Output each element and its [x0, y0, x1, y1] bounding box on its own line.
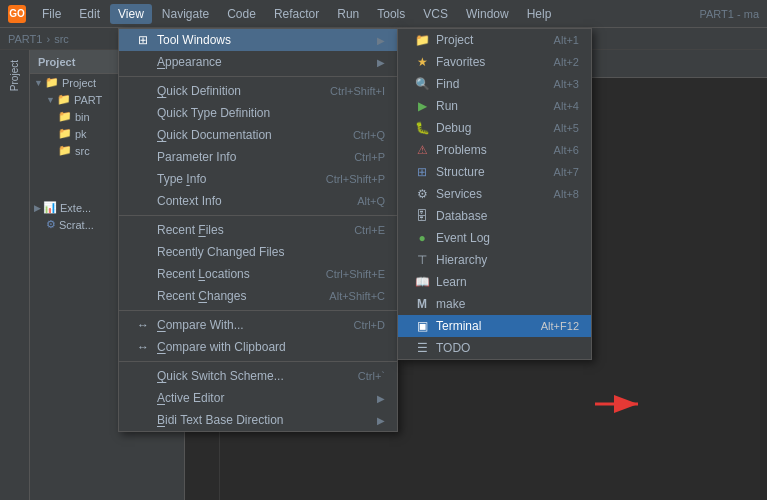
quick-type-label: Quick Type Definition: [157, 106, 270, 120]
breadcrumb-src[interactable]: src: [54, 33, 69, 45]
type-info-shortcut: Ctrl+Shift+P: [326, 173, 385, 185]
sidebar-tab-project[interactable]: Project: [5, 54, 24, 97]
menu-refactor[interactable]: Refactor: [266, 4, 327, 24]
active-editor-arrow: ▶: [377, 393, 385, 404]
menu-file[interactable]: File: [34, 4, 69, 24]
tw-run[interactable]: ▶ Run Alt+4: [398, 95, 591, 117]
view-menu: ⊞ Tool Windows ▶ Appearance ▶ Quick Defi…: [118, 28, 398, 432]
menu-item-compare-clipboard[interactable]: ↔ Compare with Clipboard: [119, 336, 397, 358]
tw-project[interactable]: 📁 Project Alt+1: [398, 29, 591, 51]
menu-code[interactable]: Code: [219, 4, 264, 24]
tw-find-shortcut: Alt+3: [554, 78, 579, 90]
menu-edit[interactable]: Edit: [71, 4, 108, 24]
quick-def-shortcut: Ctrl+Shift+I: [330, 85, 385, 97]
tw-project-icon: 📁: [414, 33, 430, 47]
tw-debug-shortcut: Alt+5: [554, 122, 579, 134]
tw-find[interactable]: 🔍 Find Alt+3: [398, 73, 591, 95]
tw-debug[interactable]: 🐛 Debug Alt+5: [398, 117, 591, 139]
tw-hierarchy[interactable]: ⊤ Hierarchy: [398, 249, 591, 271]
menu-item-recent-files[interactable]: Recent Files Ctrl+E: [119, 219, 397, 241]
param-info-label: Parameter Info: [157, 150, 236, 164]
menu-item-recently-changed[interactable]: Recently Changed Files: [119, 241, 397, 263]
tw-problems-icon: ⚠: [414, 143, 430, 157]
tw-terminal[interactable]: ▣ Terminal Alt+F12: [398, 315, 591, 337]
tw-favorites-shortcut: Alt+2: [554, 56, 579, 68]
menu-item-recent-locs[interactable]: Recent Locations Ctrl+Shift+E: [119, 263, 397, 285]
tw-favorites-icon: ★: [414, 55, 430, 69]
tw-eventlog-icon: ●: [414, 231, 430, 245]
compare-with-shortcut: Ctrl+D: [354, 319, 385, 331]
menu-tools[interactable]: Tools: [369, 4, 413, 24]
tw-problems[interactable]: ⚠ Problems Alt+6: [398, 139, 591, 161]
tw-todo[interactable]: ☰ TODO: [398, 337, 591, 359]
tw-terminal-label: Terminal: [436, 319, 481, 333]
tw-debug-label: Debug: [436, 121, 471, 135]
tw-project-shortcut: Alt+1: [554, 34, 579, 46]
tw-terminal-shortcut: Alt+F12: [541, 320, 579, 332]
context-info-shortcut: Alt+Q: [357, 195, 385, 207]
menu-vcs[interactable]: VCS: [415, 4, 456, 24]
menu-run[interactable]: Run: [329, 4, 367, 24]
tool-windows-arrow: ▶: [377, 35, 385, 46]
tw-database[interactable]: 🗄 Database: [398, 205, 591, 227]
menu-item-context-info[interactable]: Context Info Alt+Q: [119, 190, 397, 212]
menu-item-compare-with[interactable]: ↔ Compare With... Ctrl+D: [119, 314, 397, 336]
recent-files-shortcut: Ctrl+E: [354, 224, 385, 236]
tw-hierarchy-label: Hierarchy: [436, 253, 487, 267]
menu-view[interactable]: View: [110, 4, 152, 24]
tw-hierarchy-icon: ⊤: [414, 253, 430, 267]
menu-item-appearance[interactable]: Appearance ▶: [119, 51, 397, 73]
tw-structure[interactable]: ⊞ Structure Alt+7: [398, 161, 591, 183]
recent-files-label: Recent Files: [157, 223, 224, 237]
tw-favorites[interactable]: ★ Favorites Alt+2: [398, 51, 591, 73]
appearance-arrow: ▶: [377, 57, 385, 68]
menu-window[interactable]: Window: [458, 4, 517, 24]
menu-item-quick-type[interactable]: Quick Type Definition: [119, 102, 397, 124]
quick-def-label: Quick Definition: [157, 84, 241, 98]
breadcrumb-sep1: ›: [46, 33, 50, 45]
tw-structure-label: Structure: [436, 165, 485, 179]
menu-item-quick-switch[interactable]: Quick Switch Scheme... Ctrl+`: [119, 365, 397, 387]
menu-item-active-editor[interactable]: Active Editor ▶: [119, 387, 397, 409]
menu-item-quick-doc[interactable]: Quick Documentation Ctrl+Q: [119, 124, 397, 146]
tw-database-label: Database: [436, 209, 487, 223]
window-title: PART1 - ma: [700, 8, 760, 20]
tw-structure-icon: ⊞: [414, 165, 430, 179]
menu-bar: File Edit View Navigate Code Refactor Ru…: [34, 4, 700, 24]
menu-navigate[interactable]: Navigate: [154, 4, 217, 24]
tw-make[interactable]: M make: [398, 293, 591, 315]
menu-item-type-info[interactable]: Type Info Ctrl+Shift+P: [119, 168, 397, 190]
menu-item-recent-changes[interactable]: Recent Changes Alt+Shift+C: [119, 285, 397, 307]
menu-item-param-info[interactable]: Parameter Info Ctrl+P: [119, 146, 397, 168]
tw-eventlog[interactable]: ● Event Log: [398, 227, 591, 249]
tw-eventlog-label: Event Log: [436, 231, 490, 245]
menu-item-bidi[interactable]: Bidi Text Base Direction ▶: [119, 409, 397, 431]
appearance-label: Appearance: [157, 55, 222, 69]
recent-changes-shortcut: Alt+Shift+C: [329, 290, 385, 302]
tw-problems-label: Problems: [436, 143, 487, 157]
param-info-shortcut: Ctrl+P: [354, 151, 385, 163]
type-info-label: Type Info: [157, 172, 206, 186]
tw-services[interactable]: ⚙ Services Alt+8: [398, 183, 591, 205]
tw-run-label: Run: [436, 99, 458, 113]
quick-switch-shortcut: Ctrl+`: [358, 370, 385, 382]
separator-4: [119, 361, 397, 362]
tw-services-shortcut: Alt+8: [554, 188, 579, 200]
tw-make-icon: M: [414, 297, 430, 311]
tw-learn-icon: 📖: [414, 275, 430, 289]
tw-todo-label: TODO: [436, 341, 470, 355]
tw-run-shortcut: Alt+4: [554, 100, 579, 112]
breadcrumb-part1[interactable]: PART1: [8, 33, 42, 45]
compare-clipboard-label: Compare with Clipboard: [157, 340, 286, 354]
tw-favorites-label: Favorites: [436, 55, 485, 69]
menu-item-quick-def[interactable]: Quick Definition Ctrl+Shift+I: [119, 80, 397, 102]
menu-item-tool-windows[interactable]: ⊞ Tool Windows ▶: [119, 29, 397, 51]
recent-changes-label: Recent Changes: [157, 289, 246, 303]
tw-make-label: make: [436, 297, 465, 311]
tw-structure-shortcut: Alt+7: [554, 166, 579, 178]
menu-help[interactable]: Help: [519, 4, 560, 24]
tool-windows-submenu: 📁 Project Alt+1 ★ Favorites Alt+2 🔍 Find…: [397, 28, 592, 360]
recently-changed-label: Recently Changed Files: [157, 245, 284, 259]
quick-doc-shortcut: Ctrl+Q: [353, 129, 385, 141]
tw-learn[interactable]: 📖 Learn: [398, 271, 591, 293]
